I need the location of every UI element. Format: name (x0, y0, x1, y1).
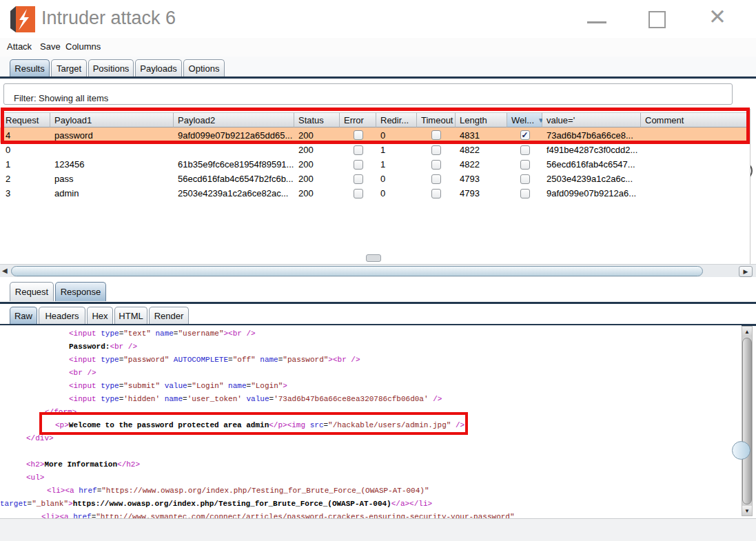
table-row[interactable]: 020014822f491be4287c3f0cdd2... (0, 143, 750, 157)
code-line: <input type="submit" value="Login" name=… (69, 382, 287, 391)
cell-payload2: 56ecd616fab4c6547b2fc6b... (174, 172, 294, 186)
vertical-scroll-thumb[interactable] (742, 338, 752, 504)
column-header-length[interactable]: Length (456, 112, 507, 127)
split-divider-grip[interactable] (366, 254, 381, 262)
menu-save[interactable]: Save (40, 41, 61, 52)
column-header-label: value=' (546, 115, 575, 125)
code-segment-tag: <ul> (26, 473, 44, 482)
column-header-status[interactable]: Status (294, 112, 340, 127)
response-raw-view[interactable]: <input type="text" name="username"><br /… (0, 325, 742, 518)
code-segment-txt: Password: (69, 343, 110, 351)
checkbox-error[interactable] (354, 189, 363, 198)
checkbox-timeout[interactable] (431, 130, 441, 140)
checkbox-timeout[interactable] (431, 189, 441, 198)
code-segment-attr: target (0, 500, 28, 508)
column-header-error[interactable]: Error (340, 112, 376, 127)
cell-status: 200 (294, 157, 340, 172)
checkbox-error[interactable] (354, 160, 363, 170)
code-segment-val: "password" (283, 356, 328, 364)
cell-request: 3 (1, 186, 50, 201)
column-header-timeout[interactable]: Timeout (417, 112, 456, 127)
checkbox-wel[interactable] (520, 174, 530, 184)
column-header-comment[interactable]: Comment (641, 112, 750, 127)
filter-box[interactable]: Filter: Showing all items (3, 83, 733, 105)
code-segment-val: "Login" (251, 382, 283, 390)
code-segment-attr: value (165, 382, 187, 390)
menu-columns[interactable]: Columns (65, 41, 101, 52)
column-header-label: Timeout (421, 115, 453, 125)
table-vertical-scrollbar[interactable] (750, 109, 750, 264)
checkbox-error[interactable] (354, 130, 363, 140)
scroll-left-icon[interactable]: ◀ (2, 267, 8, 274)
cell-request: 1 (1, 157, 50, 172)
tab-headers[interactable]: Headers (39, 307, 85, 325)
menu-attack[interactable]: Attack (7, 41, 32, 52)
scroll-up-icon[interactable]: ▲ (742, 327, 752, 336)
code-segment-tag: <br /> (110, 343, 137, 351)
code-segment-attr: type (101, 395, 119, 403)
checkbox-timeout[interactable] (431, 174, 441, 184)
code-segment-val: "text" (123, 329, 151, 338)
table-row[interactable]: 112345661b35e9fc6ce81954f89591...2001482… (0, 157, 750, 172)
table-horizontal-scrollbar[interactable]: ◀ ▶ (0, 264, 756, 277)
tab-request[interactable]: Request (10, 282, 54, 301)
maximize-icon[interactable] (648, 11, 666, 28)
horizontal-scroll-thumb[interactable] (11, 266, 703, 276)
minimize-icon[interactable] (587, 21, 606, 23)
column-header-payload1[interactable]: Payload1 (50, 112, 174, 127)
column-header-value[interactable]: value=' (542, 112, 641, 127)
cell-redir: 0 (376, 186, 417, 201)
checkbox-wel[interactable]: ✓ (520, 130, 530, 140)
column-header-label: Error (344, 115, 364, 125)
code-segment-tag: ><br /> (223, 329, 255, 338)
scroll-down-icon[interactable]: ▼ (742, 506, 752, 516)
checkbox-wel[interactable] (520, 160, 530, 170)
checkbox-timeout[interactable] (431, 160, 441, 170)
tab-positions[interactable]: Positions (88, 59, 134, 77)
tab-payloads[interactable]: Payloads (135, 59, 182, 77)
tab-html[interactable]: HTML (114, 307, 147, 325)
tab-render[interactable]: Render (149, 307, 189, 325)
checkbox-wel[interactable] (520, 145, 530, 155)
search-bar: ? < + > @51CTO博客 0 matches (0, 518, 756, 541)
close-icon[interactable]: ✕ (708, 4, 726, 30)
tab-options[interactable]: Options (183, 59, 225, 77)
table-row[interactable]: 2pass56ecd616fab4c6547b2fc6b...200047932… (0, 172, 750, 186)
tab-response[interactable]: Response (55, 282, 106, 301)
cell-payload1: admin (50, 186, 174, 201)
tab-results[interactable]: Results (10, 59, 50, 77)
column-header-request[interactable]: Request (1, 112, 50, 127)
column-header-payload2[interactable]: Payload2 (174, 112, 294, 127)
scroll-right-icon[interactable]: ▶ (739, 266, 753, 277)
code-segment-tag: <li><a (47, 487, 79, 495)
checkbox-error[interactable] (354, 145, 363, 155)
checkbox-error[interactable] (354, 174, 363, 184)
table-row[interactable]: 3admin2503e4239a1c2a6ce82ac...200047939a… (0, 186, 750, 201)
cell-status: 200 (294, 127, 340, 143)
code-segment-attr: type (101, 382, 119, 390)
tab-raw[interactable]: Raw (10, 307, 37, 325)
checkbox-timeout[interactable] (431, 145, 441, 155)
table-row[interactable]: 4password9afd099e07b9212a65dd65...200048… (0, 127, 750, 143)
code-line: <ul> (26, 473, 44, 483)
cell-length: 4822 (456, 143, 507, 157)
cell-payload1 (50, 143, 174, 157)
cell-redir: 0 (376, 127, 417, 143)
response-vertical-scrollbar[interactable]: ▲ ▼ (742, 326, 753, 516)
column-header-redir[interactable]: Redir... (376, 112, 417, 127)
code-segment-tag: <h2> (26, 460, 44, 469)
cell-comment (641, 143, 750, 157)
cell-payload1: password (50, 127, 174, 143)
cell-payload1: 123456 (50, 157, 174, 172)
column-header-wel[interactable]: Wel...▼ (507, 112, 542, 127)
code-segment-tag: <p> (55, 421, 69, 429)
checkbox-wel[interactable] (520, 189, 530, 198)
code-segment-val: "username" (178, 329, 223, 338)
tab-hex[interactable]: Hex (87, 307, 113, 325)
code-segment-tag: </a></li> (391, 500, 432, 508)
scroll-thumb-grip[interactable] (732, 441, 750, 460)
tab-target[interactable]: Target (51, 59, 87, 77)
code-segment-eq (242, 395, 247, 403)
code-segment-tag: <input (69, 356, 101, 364)
results-table: RequestPayload1Payload2StatusErrorRedir.… (0, 109, 750, 264)
